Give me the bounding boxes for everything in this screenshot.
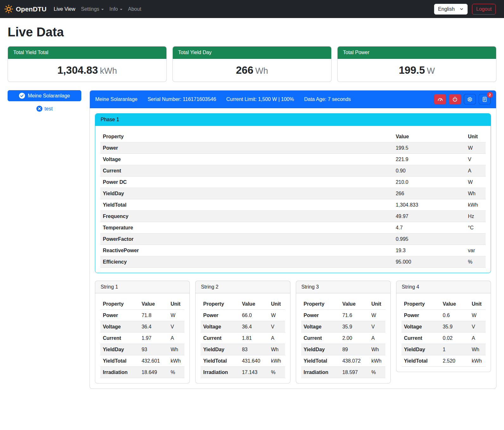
- unit-cell: V: [168, 321, 184, 333]
- string-card-title: String 3: [296, 281, 390, 293]
- string-card-body: PropertyValueUnitPower66.0WVoltage36.4VC…: [196, 293, 290, 383]
- caret-down-icon: [120, 9, 122, 10]
- unit-cell: kWh: [369, 355, 385, 367]
- unit-cell: Wh: [469, 344, 486, 355]
- nav-live-view[interactable]: Live View: [51, 4, 78, 15]
- nav-info[interactable]: Info: [107, 4, 125, 15]
- value-cell: 95.000: [393, 256, 465, 268]
- column-header-unit: Unit: [469, 298, 486, 310]
- unit-cell: °C: [465, 222, 486, 234]
- unit-cell: W: [168, 310, 184, 321]
- table-header-row: PropertyValueUnit: [201, 298, 285, 310]
- limit-settings-button[interactable]: [434, 94, 446, 104]
- string-table-body: Power71.6WVoltage35.9VCurrent2.00AYieldD…: [301, 310, 385, 378]
- value-cell: 36.4: [240, 321, 269, 333]
- summary-cards: Total Yield Total 1,304.83kWh Total Yiel…: [8, 46, 496, 82]
- string-card-body: PropertyValueUnitPower71.6WVoltage35.9VC…: [296, 293, 390, 383]
- column-header-property: Property: [100, 298, 139, 310]
- table-row: YieldDay1Wh: [401, 344, 486, 355]
- value-cell: 431.640: [240, 355, 269, 367]
- summary-unit: W: [427, 66, 435, 76]
- unit-cell: Wh: [369, 344, 385, 355]
- power-icon: [452, 97, 458, 102]
- property-cell: Irradiation: [100, 367, 139, 378]
- value-cell: 438.072: [340, 355, 369, 367]
- property-cell: Power: [100, 310, 139, 321]
- table-header-row: PropertyValueUnit: [100, 298, 184, 310]
- table-row: Voltage35.9V: [301, 321, 385, 333]
- summary-card-title: Total Power: [338, 47, 496, 59]
- power-toggle-button[interactable]: [449, 94, 461, 104]
- unit-cell: W: [465, 177, 486, 188]
- table-row: Irradiation18.597%: [301, 367, 385, 378]
- phase-panel: Phase 1 Property Value Unit Power199.5WV…: [95, 113, 491, 273]
- brand[interactable]: OpenDTU: [4, 5, 47, 13]
- brand-label: OpenDTU: [16, 5, 47, 13]
- nav-settings[interactable]: Settings: [78, 4, 107, 15]
- property-cell: PowerFactor: [100, 234, 393, 245]
- property-cell: Voltage: [301, 321, 340, 333]
- string-card-4: String 4PropertyValueUnitPower0.6WVoltag…: [396, 281, 491, 372]
- navbar: OpenDTU Live View Settings Info About En…: [0, 0, 504, 18]
- inverter-limit: Current Limit: 1,500 W | 100%: [226, 97, 294, 102]
- column-header-unit: Unit: [168, 298, 184, 310]
- table-header-row: Property Value Unit: [100, 131, 486, 142]
- device-info-button[interactable]: [464, 94, 476, 104]
- unit-cell: %: [465, 256, 486, 268]
- phase-panel-body: Property Value Unit Power199.5WVoltage22…: [95, 126, 491, 273]
- unit-cell: A: [269, 333, 285, 344]
- unit-cell: %: [168, 367, 184, 378]
- unit-cell: Wh: [269, 344, 285, 355]
- unit-cell: A: [469, 333, 486, 344]
- event-log-button[interactable]: 2: [479, 94, 491, 104]
- unit-cell: W: [369, 310, 385, 321]
- table-row: Current1.97A: [100, 333, 184, 344]
- value-cell: 1.97: [139, 333, 168, 344]
- column-header-unit: Unit: [369, 298, 385, 310]
- table-row: Power71.6W: [301, 310, 385, 321]
- unit-cell: W: [465, 142, 486, 154]
- table-header-row: PropertyValueUnit: [301, 298, 385, 310]
- column-header-value: Value: [139, 298, 168, 310]
- value-cell: 89: [340, 344, 369, 355]
- value-cell: 71.8: [139, 310, 168, 321]
- value-cell: 2.00: [340, 333, 369, 344]
- nav-about[interactable]: About: [125, 4, 144, 15]
- sidebar-item-test[interactable]: test: [8, 106, 81, 112]
- summary-unit: Wh: [255, 66, 268, 76]
- table-row: Temperature4.7°C: [100, 222, 486, 234]
- table-row: Power DC210.0W: [100, 177, 486, 188]
- property-cell: Irradiation: [201, 367, 239, 378]
- table-row: Current0.90A: [100, 165, 486, 177]
- summary-value: 266: [236, 64, 253, 76]
- value-cell: 66.0: [240, 310, 269, 321]
- table-row: YieldTotal1,304.833kWh: [100, 199, 486, 211]
- unit-cell: kWh: [465, 199, 486, 211]
- table-row: YieldTotal431.640kWh: [201, 355, 285, 367]
- journal-icon: [482, 97, 488, 102]
- value-cell: 1: [440, 344, 469, 355]
- logout-button[interactable]: Logout: [472, 4, 496, 15]
- value-cell: 199.5: [393, 142, 465, 154]
- x-circle-icon[interactable]: [36, 106, 42, 112]
- column-header-property: Property: [201, 298, 239, 310]
- unit-cell: V: [369, 321, 385, 333]
- language-select[interactable]: English: [434, 4, 468, 15]
- inverter-select-button[interactable]: Meine Solaranlage: [8, 90, 81, 101]
- string-table-body: Power0.6WVoltage35.9VCurrent0.02AYieldDa…: [401, 310, 486, 367]
- nav-settings-label: Settings: [81, 6, 99, 12]
- value-cell: 35.9: [340, 321, 369, 333]
- table-row: Irradiation17.143%: [201, 367, 285, 378]
- column-header-property: Property: [401, 298, 440, 310]
- property-cell: Power: [401, 310, 440, 321]
- property-cell: Voltage: [401, 321, 440, 333]
- inverter-card-body: Phase 1 Property Value Unit Power199.5WV…: [90, 108, 496, 389]
- unit-cell: %: [269, 367, 285, 378]
- value-cell: 36.4: [139, 321, 168, 333]
- property-cell: Power: [100, 142, 393, 154]
- string-card-title: String 1: [95, 281, 190, 293]
- string-table-body: Power66.0WVoltage36.4VCurrent1.81AYieldD…: [201, 310, 285, 378]
- value-cell: 210.0: [393, 177, 465, 188]
- summary-card-title: Total Yield Day: [173, 47, 331, 59]
- property-cell: YieldDay: [301, 344, 340, 355]
